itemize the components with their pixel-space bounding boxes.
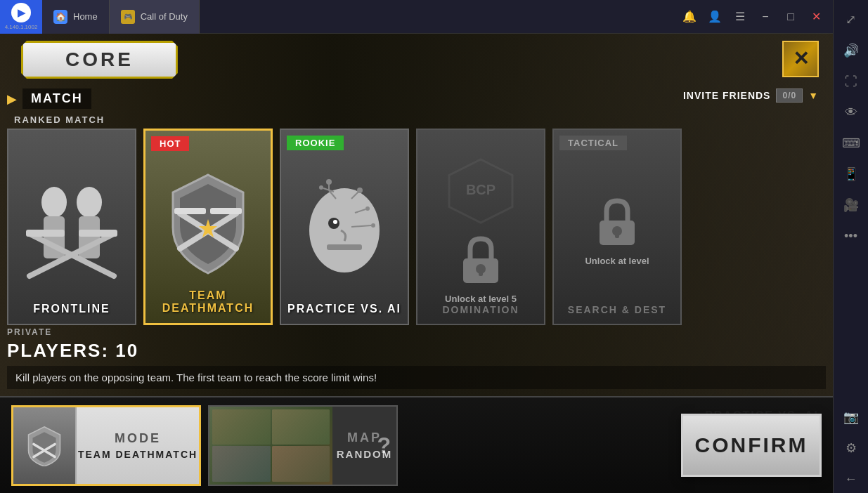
hot-badge: HOT [151,136,189,151]
home-tab-icon: 🏠 [53,10,67,24]
svg-rect-6 [26,230,65,237]
mode-label: MODE [115,431,161,446]
arrow-back-icon[interactable]: ← [838,466,864,492]
map-thumb-1 [212,409,271,445]
settings-icon[interactable]: ⚙ [838,435,864,461]
svg-rect-35 [615,231,619,238]
search-unlock-text: Unlock at level [585,256,649,266]
map-preview: ? [209,407,332,485]
mode-selector[interactable]: MODE TEAM DEATHMATCH [11,405,201,486]
lock-icon [453,232,509,288]
search-destroy-image: Unlock at level [564,172,670,298]
expand-icon[interactable]: ⤢ [838,7,864,32]
home-tab[interactable]: 🏠 Home [42,0,110,34]
match-header: ▶ MATCH [7,88,91,109]
keyboard-icon[interactable]: ⌨ [838,131,864,156]
frontline-name: FRONTLINE [33,303,110,315]
search-destroy-card[interactable]: TACTICAL Unlock at level SEARCH & DEST [552,129,682,325]
fullscreen-icon[interactable]: ⛶ [838,69,864,94]
camera-icon[interactable]: 🎥 [838,192,864,218]
pvai-image [292,171,397,297]
svg-point-15 [333,220,337,224]
svg-rect-32 [479,269,483,276]
minimize-btn[interactable]: − [754,6,777,28]
team-deathmatch-card[interactable]: HOT [143,129,273,325]
close-btn[interactable]: ✕ [805,6,827,28]
game-tab[interactable]: 🎮 Call of Duty [110,0,200,34]
search-destroy-name: SEARCH & DEST [568,304,666,315]
invite-badge: 0/0 [776,88,803,103]
search-lock-icon [589,194,645,250]
svg-point-2 [77,187,102,218]
confirm-button[interactable]: CONFIRM [681,414,822,477]
svg-point-18 [357,188,363,193]
mode-value: TEAM DEATHMATCH [78,449,197,460]
svg-point-25 [326,179,332,185]
confirm-label: CONFIRM [695,433,808,457]
game-area: CORE ✕ ▶ MATCH INVITE FRIENDS 0/0 ▼ RANK… [0,34,833,493]
svg-point-0 [41,187,67,218]
phone-icon[interactable]: 📱 [838,162,864,187]
ranked-match-label: RANKED MATCH [14,114,105,125]
rookie-badge: ROOKIE [287,136,344,150]
more-icon[interactable]: ••• [838,223,864,249]
core-button[interactable]: CORE [21,41,178,79]
account-btn[interactable]: 👤 [704,6,726,28]
domination-image: BCP Unlock at level 5 [428,172,533,298]
frontline-image [19,171,124,297]
game-tab-label: Call of Duty [141,11,188,22]
map-selector[interactable]: ? MAP RANDOM [208,405,398,486]
domination-name: DOMINATION [442,304,519,315]
svg-rect-10 [174,208,206,214]
invite-friends[interactable]: INVITE FRIENDS 0/0 ▼ [683,88,819,103]
svg-point-22 [371,223,375,228]
svg-rect-7 [79,230,117,237]
private-label: PRIVATE [7,327,826,337]
game-tab-icon: 🎮 [121,10,135,24]
domination-unlock-text: Unlock at level 5 [445,294,517,304]
bs-version: 4.140.1.1002 [5,24,38,30]
frontline-icon [22,178,121,290]
svg-point-13 [309,188,380,272]
practice-vs-ai-card[interactable]: ROOKIE [280,129,409,325]
svg-rect-11 [210,208,242,214]
window-controls: 🔔 👤 ☰ − □ ✕ [678,6,833,28]
map-thumb-3 [212,446,271,482]
match-arrow-icon: ▶ [7,91,17,107]
screenshot-icon[interactable]: 📷 [838,405,864,430]
bs-logo-icon: ▶ [11,3,31,22]
invite-arrow-icon: ▼ [808,90,819,101]
map-thumb-4 [272,446,330,482]
maximize-btn[interactable]: □ [779,6,802,28]
home-tab-label: Home [73,11,98,22]
eye-icon[interactable]: 👁 [838,100,864,125]
bottom-bar: MODE TEAM DEATHMATCH ? MAP RANDOM CONFIR… [0,396,833,493]
invite-friends-label: INVITE FRIENDS [683,90,770,101]
tdm-icon [159,164,257,277]
right-sidebar: ⤢ 🔊 ⛶ 👁 ⌨ 📱 🎥 ••• 📷 ⚙ ← [833,0,868,493]
map-thumb-2 [272,409,330,445]
menu-btn[interactable]: ☰ [729,6,751,28]
pvai-icon [295,178,394,290]
tdm-small-icon [23,424,65,466]
domination-card[interactable]: BCP Unlock at level 5 DOMINATION [416,129,545,325]
match-label: MATCH [22,88,91,109]
mode-selector-text: MODE TEAM DEATHMATCH [77,431,199,460]
bluestacks-logo: ▶ 4.140.1.1002 [0,0,42,34]
svg-point-20 [365,206,370,211]
mode-cards-container: FRONTLINE HOT [7,129,682,325]
map-question-mark: ? [377,433,391,459]
notification-btn[interactable]: 🔔 [678,6,701,28]
mode-selector-icon [13,407,77,484]
tdm-name: TEAM DEATHMATCH [145,289,271,315]
close-dialog-button[interactable]: ✕ [782,41,819,77]
players-count: PLAYERS: 10 [7,340,826,362]
svg-text:BCP: BCP [466,182,495,197]
frontline-card[interactable]: FRONTLINE [7,129,136,325]
close-x-icon: ✕ [793,49,809,69]
titlebar: ▶ 4.140.1.1002 🏠 Home 🎮 Call of Duty 🔔 👤… [0,0,833,34]
domination-bg-icon: BCP [439,156,523,226]
volume-icon[interactable]: 🔊 [838,38,864,63]
pvai-name: PRACTICE VS. AI [287,303,401,315]
svg-rect-16 [327,244,362,250]
